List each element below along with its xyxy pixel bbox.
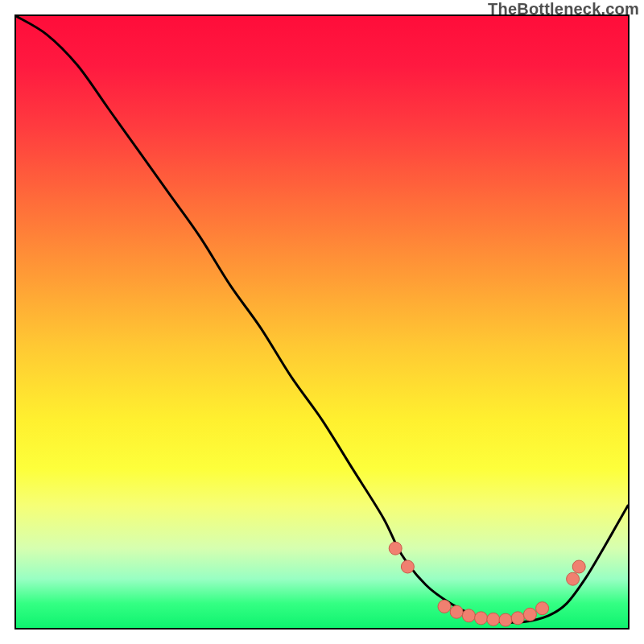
plot-area: [14, 14, 630, 630]
curve-marker: [487, 613, 500, 625]
curve-marker: [438, 600, 451, 613]
chart-frame: TheBottleneck.com: [0, 0, 644, 644]
curve-marker: [475, 612, 488, 625]
curve-marker: [572, 560, 585, 573]
curve-marker: [401, 560, 414, 573]
curve-layer: [16, 16, 628, 628]
curve-marker: [389, 542, 402, 555]
curve-marker: [511, 612, 524, 625]
curve-markers: [389, 542, 585, 626]
bottleneck-curve: [16, 16, 628, 622]
curve-marker: [450, 605, 463, 618]
curve-marker: [462, 609, 475, 622]
curve-marker: [523, 608, 536, 621]
curve-marker: [536, 602, 549, 615]
curve-marker: [499, 613, 512, 626]
curve-marker: [567, 572, 580, 585]
